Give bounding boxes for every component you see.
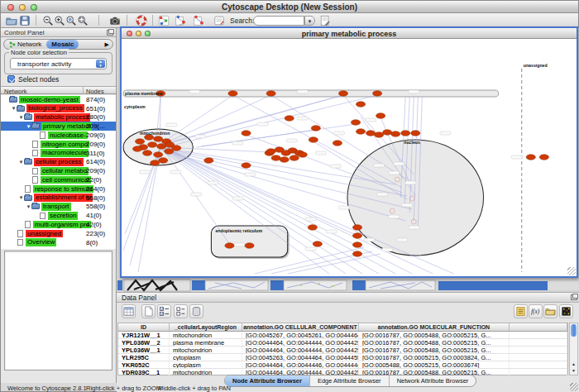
tree-row[interactable]: cell communicat22(0) <box>1 175 116 184</box>
birds-eye-view[interactable] <box>4 251 112 370</box>
zoom-out-icon[interactable] <box>42 15 54 26</box>
table-row[interactable]: YPL036W__1mitochondrion[GO:0044464, GO:0… <box>118 347 567 354</box>
open-icon[interactable] <box>6 15 17 26</box>
tree-row[interactable]: response to stimulu264(0) <box>1 184 116 194</box>
search-input[interactable] <box>253 16 304 26</box>
window-titlebar: Cytoscape Desktop (New Session) <box>1 1 578 13</box>
tree-row[interactable]: ▾metabolic process280(0) <box>1 113 116 122</box>
network-node <box>352 242 361 248</box>
zoom-fit-icon[interactable] <box>77 15 89 26</box>
tree-row[interactable]: mosaic-demo-yeast874(0) <box>1 95 116 104</box>
annotation-2-icon[interactable] <box>193 15 204 26</box>
node-color-dropdown[interactable]: transporter activity ▲▼ <box>10 58 107 69</box>
node-label-chip <box>195 135 206 138</box>
zoom-in-icon[interactable] <box>54 15 65 26</box>
network-frame-titlebar[interactable]: primary metabolic process <box>122 28 577 39</box>
network-node <box>401 131 410 136</box>
help-icon[interactable] <box>136 15 147 26</box>
table-row[interactable]: YJR121W__1mitochondrion[GO:0045267, GO:0… <box>118 332 567 339</box>
tab-mosaic[interactable]: Mosaic <box>46 40 79 49</box>
tree-row[interactable]: multi-organism pro42(0) <box>1 220 116 229</box>
attribute-table-icon[interactable] <box>122 304 136 318</box>
network-node <box>356 129 365 135</box>
search-dropdown-button[interactable]: ▼ <box>304 16 315 26</box>
float-panel-icon[interactable] <box>571 294 577 300</box>
file-icon <box>17 239 23 246</box>
attribute-list-icon[interactable] <box>174 304 188 318</box>
expand-arrow-icon[interactable]: ▾ <box>18 159 24 165</box>
cell-id: YLR295C <box>118 354 170 361</box>
tree-row[interactable]: nitrogen compo209(0) <box>1 140 116 149</box>
network-canvas[interactable]: plasma membranecytoplasmmitochondrionnuc… <box>122 39 577 276</box>
column-molecular-function[interactable]: annotation.GO MOLECULAR_FUNCTION <box>359 323 510 331</box>
annotation-1-icon[interactable] <box>175 15 186 26</box>
node-label-chip <box>297 90 308 93</box>
new-attribute-icon[interactable] <box>141 304 156 318</box>
scroll-up-icon[interactable]: ▲ <box>570 361 577 367</box>
tab-network[interactable]: Network <box>4 40 46 49</box>
search-config-icon[interactable] <box>319 15 331 26</box>
tree-row[interactable]: ▾primary metabol209(... <box>1 122 116 131</box>
expand-arrow-icon[interactable]: ▾ <box>18 114 24 121</box>
snapshot-icon[interactable] <box>109 15 121 26</box>
tree-node-label: Overview <box>26 238 56 246</box>
column-cellular-component[interactable]: annotation.GO CELLULAR_COMPONENT <box>242 323 359 331</box>
file-icon <box>40 213 45 220</box>
tree-row[interactable]: macromolecule311(0) <box>1 149 116 158</box>
table-row[interactable]: YPL036W__2plasma membrane[GO:0044464, GO… <box>118 339 567 347</box>
tree-node-count: 8(0) <box>86 239 98 246</box>
network-view-icon[interactable] <box>158 15 170 26</box>
expand-arrow-icon[interactable]: ▾ <box>18 194 24 201</box>
scroll-down-icon[interactable]: ▼ <box>570 367 577 374</box>
tree-row[interactable]: Overview8(0) <box>1 238 116 247</box>
expand-arrow-icon[interactable]: ▾ <box>26 123 31 130</box>
tree-row[interactable]: ▾establishment of lo558(0) <box>1 194 116 203</box>
network-node <box>154 136 163 142</box>
edge <box>130 150 160 265</box>
cell-molecular: [GO:0016787, GO:0005488, GO:0005215, G..… <box>359 347 510 353</box>
tree-row[interactable]: nucleobase-209(0) <box>1 131 116 140</box>
tree-node-label: cell communicat <box>41 176 91 184</box>
tab-scroll-arrow[interactable]: ▶ <box>105 41 109 48</box>
frame-resize-grip[interactable] <box>567 267 576 275</box>
attribute-table[interactable]: ID _cellularLayoutRegion annotation.GO C… <box>117 323 568 375</box>
import-attributes-icon[interactable] <box>543 304 557 318</box>
table-scrollbar[interactable]: ▲ ▼ <box>569 323 578 375</box>
tree-node-count: 311(0) <box>86 150 105 157</box>
table-row[interactable]: YKR052Ccytoplasm[GO:0044464, GO:0044446,… <box>118 361 567 369</box>
expand-arrow-icon[interactable]: ▾ <box>26 203 31 210</box>
save-icon[interactable] <box>19 15 31 26</box>
network-node <box>383 130 392 136</box>
node-label-chip <box>377 193 388 196</box>
column-region[interactable]: _cellularLayoutRegion <box>170 323 242 331</box>
select-attributes-icon[interactable] <box>157 304 171 318</box>
tree-row[interactable]: secretion41(0) <box>1 211 116 220</box>
float-panel-icon[interactable] <box>107 30 113 36</box>
plasma-membrane-label: plasma membrane <box>125 91 163 96</box>
tree-row[interactable]: ▾transport558(0) <box>1 203 116 212</box>
tree-row[interactable]: ▾biological_process651(0) <box>1 104 116 113</box>
attribute-batch-icon[interactable] <box>514 304 528 318</box>
expand-arrow-icon[interactable]: ▾ <box>11 105 17 112</box>
function-builder-icon[interactable]: f(x) <box>529 304 543 318</box>
zoom-selected-icon[interactable] <box>65 15 77 26</box>
tree-row[interactable]: ▾cellular process614(0) <box>1 158 116 167</box>
column-id[interactable]: ID <box>118 323 170 331</box>
scrollbar-thumb[interactable] <box>571 324 577 337</box>
mitochondrion-label: mitochondrion <box>140 131 170 136</box>
cell-cellular: [GO:0044464, GO:0044444, GO:0044425, G..… <box>242 347 359 353</box>
node-label-chip <box>333 131 344 135</box>
table-row[interactable]: YLR295Ccytoplasm[GO:0045263, GO:0044464,… <box>118 354 567 361</box>
select-nodes-checkbox[interactable] <box>7 75 15 83</box>
window-resize-grip[interactable] <box>570 383 578 391</box>
delete-attribute-icon[interactable] <box>189 304 203 318</box>
tree-node-label: biological_process <box>26 104 84 112</box>
tree-node-label: multi-organism pro <box>33 221 91 229</box>
matrix-icon[interactable] <box>559 304 573 318</box>
form-icon[interactable] <box>213 15 225 26</box>
tree-node-label: nitrogen compo <box>41 141 89 149</box>
tree-row[interactable]: unassigned223(0) <box>1 229 116 238</box>
tree-header: Network Nodes <box>1 86 116 94</box>
cell-id: YDR039C__1 <box>118 369 170 375</box>
tree-row[interactable]: cellular metabo209(0) <box>1 166 116 175</box>
